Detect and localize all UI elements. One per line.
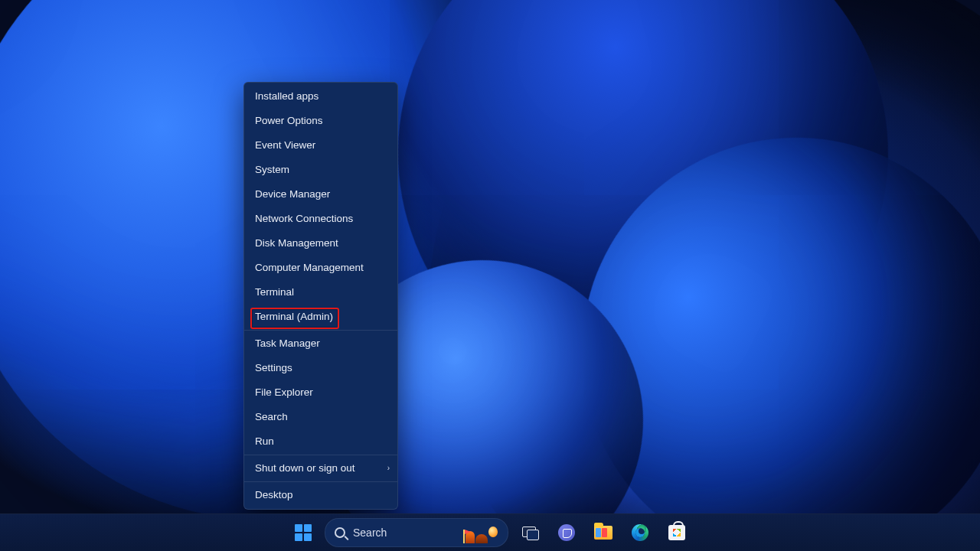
search-highlight-graphic [463, 522, 500, 543]
file-explorer-button[interactable] [588, 517, 619, 548]
menu-separator [244, 481, 397, 482]
menu-item-power-options[interactable]: Power Options [244, 109, 397, 133]
menu-item-disk-management[interactable]: Disk Management [244, 231, 397, 256]
edge-button[interactable] [625, 517, 655, 548]
menu-item-file-explorer[interactable]: File Explorer [244, 380, 397, 405]
menu-item-desktop[interactable]: Desktop [244, 483, 397, 507]
menu-item-search[interactable]: Search [244, 405, 397, 429]
menu-item-terminal-admin[interactable]: Terminal (Admin) [244, 305, 397, 329]
menu-item-device-manager[interactable]: Device Manager [244, 182, 397, 207]
menu-item-run[interactable]: Run [244, 429, 397, 454]
file-explorer-icon [594, 526, 612, 540]
menu-item-network-connections[interactable]: Network Connections [244, 207, 397, 231]
menu-item-system[interactable]: System [244, 158, 397, 182]
menu-item-event-viewer[interactable]: Event Viewer [244, 133, 397, 158]
menu-item-shut-down-or-sign-out[interactable]: Shut down or sign out› [244, 456, 397, 481]
search-icon [335, 527, 345, 538]
start-button[interactable] [288, 517, 318, 548]
desktop-wallpaper [0, 0, 980, 551]
windows-logo-icon [295, 524, 312, 541]
menu-item-computer-management[interactable]: Computer Management [244, 256, 397, 280]
winx-context-menu: Installed appsPower OptionsEvent ViewerS… [243, 82, 398, 510]
chevron-right-icon: › [387, 456, 390, 481]
task-view-button[interactable] [514, 517, 545, 548]
menu-item-settings[interactable]: Settings [244, 356, 397, 380]
menu-item-task-manager[interactable]: Task Manager [244, 331, 397, 356]
task-view-icon [522, 527, 537, 539]
taskbar: Search [0, 514, 980, 551]
menu-separator [244, 455, 397, 455]
microsoft-store-button[interactable] [662, 517, 692, 548]
menu-separator [244, 330, 397, 331]
edge-icon [632, 524, 648, 541]
store-icon [668, 525, 685, 540]
chat-button[interactable] [551, 517, 582, 548]
menu-item-terminal[interactable]: Terminal [244, 280, 397, 305]
chat-icon [558, 524, 575, 541]
menu-item-installed-apps[interactable]: Installed apps [244, 84, 397, 109]
taskbar-search[interactable]: Search [325, 518, 508, 547]
search-placeholder: Search [353, 527, 387, 539]
